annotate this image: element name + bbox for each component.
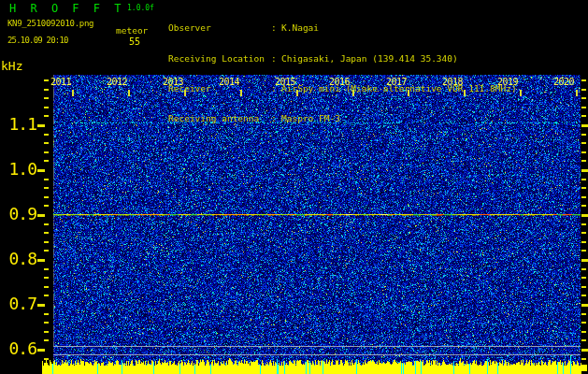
x-tick-label: 2014 xyxy=(219,78,239,87)
station-label: Receiving antenna xyxy=(168,114,271,124)
app-version: 1.0.0f xyxy=(127,5,154,12)
station-value: Maspro FM-3 xyxy=(281,113,340,123)
x-tick-label: 2017 xyxy=(386,78,407,87)
output-filename: KN9_2510092010.png xyxy=(7,20,93,28)
x-tick-label: 2012 xyxy=(107,78,127,87)
app-title: H R O F F T xyxy=(9,3,124,14)
meteor-count-value: 55 xyxy=(129,37,140,47)
station-info: Observer:K.Nagai Receiving Location:Chig… xyxy=(168,4,517,144)
capture-datetime: 25.10.09 20:10 xyxy=(7,36,68,45)
y-tick-label: 0.7 xyxy=(0,295,36,312)
y-tick-label: 0.8 xyxy=(0,251,36,267)
x-tick-label: 2019 xyxy=(497,78,518,87)
y-tick-label: 0.6 xyxy=(0,340,36,357)
hrofft-window: H R O F F T 1.0.0f KN9_2510092010.png me… xyxy=(0,0,588,374)
x-tick-label: 2015 xyxy=(275,78,295,87)
station-value: Chigasaki, Japan (139.414 35.340) xyxy=(281,53,458,64)
y-axis-unit: kHz xyxy=(1,60,22,72)
station-value: K.Nagai xyxy=(281,22,319,33)
station-label: Observer xyxy=(168,23,271,34)
x-tick-label: 2016 xyxy=(329,78,350,87)
x-tick-label: 2013 xyxy=(163,78,183,87)
colon: : xyxy=(271,54,281,65)
x-tick-label: 2018 xyxy=(442,78,463,87)
station-label: Receiving Location xyxy=(168,54,271,65)
colon: : xyxy=(271,23,281,34)
colon: : xyxy=(271,114,281,124)
x-tick-label: 2020 xyxy=(553,78,574,87)
meteor-count-label: meteor xyxy=(116,26,148,36)
y-tick-label: 1.1 xyxy=(0,116,36,133)
y-tick-label: 1.0 xyxy=(0,161,36,178)
y-tick-label: 0.9 xyxy=(0,206,36,223)
station-row-observer: Observer:K.Nagai xyxy=(168,23,517,34)
station-row-location: Receiving Location:Chigasaki, Japan (139… xyxy=(168,54,517,65)
x-tick-label: 2011 xyxy=(50,78,71,87)
station-row-antenna: Receiving antenna:Maspro FM-3 xyxy=(168,114,517,124)
